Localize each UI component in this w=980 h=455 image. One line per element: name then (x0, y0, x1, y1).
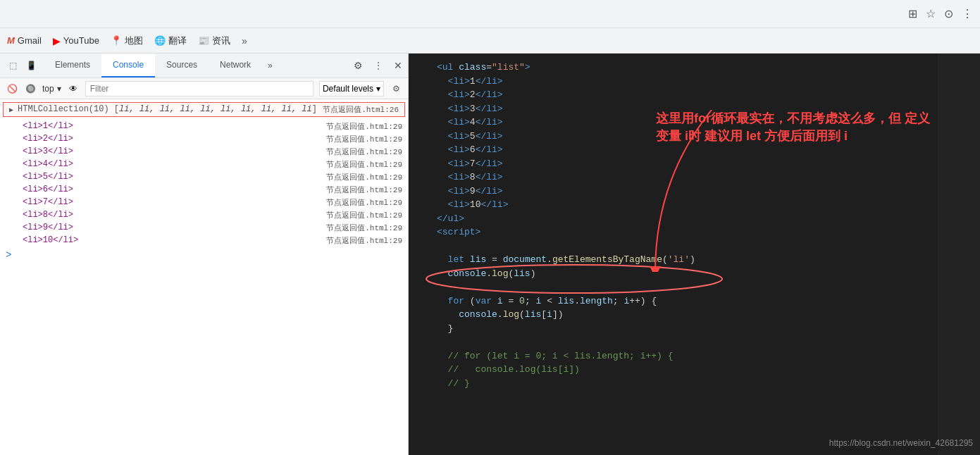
source-2[interactable]: 节点返回值.html:29 (326, 134, 402, 144)
code-line-2: <li>1</li> (437, 75, 973, 89)
expand-arrow-icon[interactable]: ▶ (9, 106, 13, 114)
prompt-symbol: > (6, 249, 11, 261)
bookmark-news[interactable]: 📰 资讯 (198, 35, 230, 47)
console-child-li7: <li>7</li> 节点返回值.html:29 (0, 196, 408, 208)
entry-source-0[interactable]: 节点返回值.html:26 (323, 104, 399, 115)
console-context-selector[interactable]: top ▾ (42, 84, 61, 94)
console-child-li9: <li>9</li> 节点返回值.html:29 (0, 221, 408, 234)
youtube-icon: ▶ (53, 35, 61, 46)
bookmark-maps[interactable]: 📍 地图 (111, 35, 143, 47)
tab-console-label: Console (113, 60, 144, 70)
console-prompt[interactable]: > (0, 247, 408, 263)
console-child-li6: <li>6</li> 节点返回值.html:29 (0, 183, 408, 196)
console-toolbar: 🚫 🔘 top ▾ 👁 Default levels ▾ ⚙ (0, 78, 408, 99)
code-line-5: <li>4</li> (437, 116, 973, 130)
tab-elements-label: Elements (55, 60, 90, 70)
browser-top-bar: ⊞ ☆ ⊙ ⋮ (0, 0, 980, 28)
source-4[interactable]: 节点返回值.html:29 (326, 159, 402, 170)
console-settings-icon[interactable]: ⚙ (390, 82, 402, 95)
tab-sources[interactable]: Sources (155, 54, 209, 77)
devtools-kebab-icon[interactable]: ⋮ (368, 61, 388, 70)
devtools-inspect-icon[interactable]: ⬚ (6, 58, 20, 73)
li-node-3: <li>3</li> (23, 147, 326, 156)
devtools-panel: ⬚ 📱 Elements Console Sources Network » ⚙… (0, 54, 409, 455)
console-context-label: top (42, 84, 54, 94)
source-1[interactable]: 节点返回值.html:29 (326, 121, 402, 132)
tab-network-label: Network (220, 60, 251, 70)
code-content: <ul class="list"> <li>1</li> <li>2</li> … (409, 54, 980, 455)
gmail-label: Gmail (18, 35, 42, 46)
code-line-8: <li>7</li> (437, 157, 973, 171)
code-line-13: <script> (437, 225, 973, 239)
translate-label: 翻译 (168, 35, 187, 47)
code-line-18: for (var i = 0; i < lis.length; i++) { (437, 294, 973, 308)
code-line-6: <li>5</li> (437, 130, 973, 144)
youtube-label: YouTube (63, 35, 99, 46)
code-line-16: console.log(lis) (437, 267, 973, 281)
chevron-down-icon: ▾ (57, 84, 61, 94)
more-bookmarks-icon[interactable]: » (242, 35, 247, 46)
code-line-21 (437, 335, 973, 349)
bookmark-star-icon[interactable]: ☆ (926, 7, 936, 20)
console-clear-button[interactable]: 🚫 (6, 82, 18, 95)
chevron-down-icon: ▾ (376, 84, 380, 94)
console-eye-icon[interactable]: 👁 (67, 82, 80, 95)
code-line-10: <li>9</li> (437, 185, 973, 199)
devtools-settings-icon[interactable]: ⚙ (348, 60, 368, 71)
source-6[interactable]: 节点返回值.html:29 (326, 185, 402, 195)
gmail-icon: M (7, 35, 15, 46)
maps-icon: 📍 (111, 35, 122, 46)
code-line-1: <ul class="list"> (437, 61, 973, 75)
code-line-4: <li>3</li> (437, 102, 973, 116)
tab-more-icon[interactable]: » (262, 61, 278, 70)
devtools-nav-buttons: ⬚ 📱 (0, 58, 44, 73)
devtools-tab-bar: ⬚ 📱 Elements Console Sources Network » ⚙… (0, 54, 408, 78)
source-7[interactable]: 节点返回值.html:29 (326, 197, 402, 208)
account-icon[interactable]: ⊙ (944, 7, 953, 20)
console-level-dropdown[interactable]: Default levels ▾ (319, 81, 384, 96)
code-line-14 (437, 239, 973, 254)
console-filter-button[interactable]: 🔘 (24, 82, 37, 95)
translate-icon: 🌐 (154, 35, 166, 46)
source-8[interactable]: 节点返回值.html:29 (326, 210, 402, 220)
source-3[interactable]: 节点返回值.html:29 (326, 147, 402, 157)
source-5[interactable]: 节点返回值.html:29 (326, 172, 402, 182)
devtools-close-icon[interactable]: ✕ (388, 60, 408, 71)
main-area: ⬚ 📱 Elements Console Sources Network » ⚙… (0, 54, 980, 455)
source-9[interactable]: 节点返回值.html:29 (326, 223, 402, 233)
tab-network[interactable]: Network (209, 54, 262, 77)
code-line-24: // } (437, 377, 973, 391)
code-line-9: <li>8</li> (437, 170, 973, 185)
tab-console[interactable]: Console (101, 54, 155, 77)
code-line-23: // console.log(lis[i]) (437, 363, 973, 377)
news-icon: 📰 (198, 35, 209, 46)
li-node-7: <li>7</li> (23, 197, 326, 207)
li-node-1: <li>1</li> (23, 121, 326, 131)
li-node-6: <li>6</li> (23, 185, 326, 194)
code-line-17 (437, 280, 973, 294)
csdn-url: https://blog.csdn.net/weixin_42681295 (829, 438, 973, 448)
console-child-li5: <li>5</li> 节点返回值.html:29 (0, 170, 408, 183)
browser-menu-icon[interactable]: ⋮ (962, 7, 973, 20)
tab-elements[interactable]: Elements (44, 54, 101, 77)
console-filter-input[interactable] (85, 81, 314, 96)
code-line-3: <li>2</li> (437, 88, 973, 102)
console-child-li1: <li>1</li> 节点返回值.html:29 (0, 120, 408, 132)
collection-text: HTMLCollection(10) [li, li, li, li, li, … (18, 104, 323, 114)
code-line-19: console.log(lis[i]) (437, 308, 973, 322)
devtools-device-icon[interactable]: 📱 (24, 58, 38, 73)
code-line-11: <li>10</li> (437, 198, 973, 212)
bookmark-gmail[interactable]: M Gmail (7, 35, 42, 46)
console-output: ▶ HTMLCollection(10) [li, li, li, li, li… (0, 99, 408, 455)
bookmark-youtube[interactable]: ▶ YouTube (53, 35, 99, 46)
console-entry-collection: ▶ HTMLCollection(10) [li, li, li, li, li… (3, 102, 405, 117)
code-minimap (938, 54, 980, 455)
bookmark-translate[interactable]: 🌐 翻译 (154, 35, 187, 47)
li-node-5: <li>5</li> (23, 172, 326, 182)
tab-sources-label: Sources (166, 60, 197, 70)
bookmarks-bar: M Gmail ▶ YouTube 📍 地图 🌐 翻译 📰 资讯 » (0, 28, 980, 54)
console-child-li10: <li>10</li> 节点返回值.html:29 (0, 234, 408, 247)
console-level-label: Default levels (323, 84, 373, 94)
source-10[interactable]: 节点返回值.html:29 (326, 235, 402, 246)
translate-page-icon[interactable]: ⊞ (908, 7, 917, 20)
